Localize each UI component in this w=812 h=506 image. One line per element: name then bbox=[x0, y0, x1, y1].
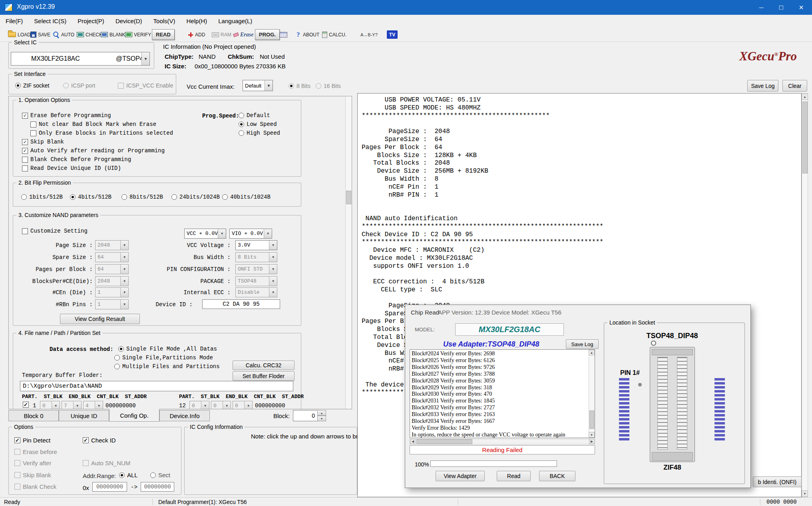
minimize-button[interactable] bbox=[751, 0, 771, 15]
verify-button[interactable]: VERIFY bbox=[125, 29, 151, 40]
partition-stblk-right[interactable]: 0 bbox=[189, 401, 209, 409]
verify-error-list[interactable]: Block#2024 Verify error Bytes: 2698 Bloc… bbox=[410, 349, 595, 438]
not-clear-bad-block-checkbox[interactable]: Not clear Bad Block Mark when Erase bbox=[30, 121, 156, 127]
block-spin-up[interactable] bbox=[317, 410, 326, 416]
ram-button[interactable]: RAM bbox=[212, 29, 231, 40]
dropdown-arrow[interactable] bbox=[201, 401, 209, 409]
dropdown-arrow[interactable] bbox=[120, 277, 128, 286]
dropdown-arrow[interactable] bbox=[269, 253, 277, 262]
menu-device[interactable]: Device(D) bbox=[110, 15, 148, 27]
vcc-voltage-combobox[interactable]: 3.0V bbox=[235, 240, 277, 250]
spare-size-combobox[interactable]: 64 bbox=[95, 252, 129, 262]
load-button[interactable]: LOAD bbox=[8, 29, 31, 40]
package-combobox[interactable]: TSOP48 bbox=[235, 276, 277, 286]
skip-blank-checkbox[interactable]: Skip Blank bbox=[22, 139, 64, 145]
scroll-up-arrow[interactable] bbox=[802, 94, 808, 100]
clear-button[interactable]: Clear bbox=[782, 80, 807, 92]
check-id-checkbox[interactable]: Check ID bbox=[83, 437, 116, 444]
cen-die-combobox[interactable]: 1 bbox=[95, 287, 129, 297]
partition-stblk-left[interactable]: 0 bbox=[40, 401, 60, 409]
view-adapter-button[interactable]: View Adapter bbox=[436, 471, 485, 481]
maximize-button[interactable] bbox=[771, 0, 791, 15]
read-button[interactable]: READ bbox=[152, 29, 175, 40]
customize-setting-checkbox[interactable]: Customize Setting bbox=[22, 228, 88, 234]
dropdown-arrow[interactable] bbox=[73, 401, 81, 409]
addr-to-field[interactable]: 00000000 bbox=[141, 482, 174, 492]
speed-low-radio[interactable]: Low Speed bbox=[239, 121, 277, 127]
tab-block0[interactable]: Block 0 bbox=[8, 410, 59, 421]
back-button[interactable]: BACK bbox=[539, 471, 575, 481]
vcc-imax-combobox[interactable]: Default bbox=[243, 80, 273, 91]
16bits-radio[interactable]: 16 Bits bbox=[316, 83, 341, 89]
auto-sn-checkbox[interactable]: Auto SN_NUM bbox=[83, 460, 130, 466]
save-log-button[interactable]: Save Log bbox=[747, 80, 778, 92]
blank-button[interactable]: BLANK bbox=[101, 29, 125, 40]
speed-default-radio[interactable]: Default bbox=[239, 112, 270, 119]
page-size-combobox[interactable]: 2048 bbox=[95, 240, 129, 250]
aby-button[interactable]: A→B-Y? bbox=[360, 29, 378, 40]
vcc-offset-combobox[interactable]: VCC + 0.0V bbox=[184, 229, 226, 239]
calcu-button[interactable]: CALCU. bbox=[322, 29, 346, 40]
dropdown-arrow[interactable] bbox=[269, 265, 277, 274]
scroll-down-arrow[interactable] bbox=[589, 432, 595, 438]
scroll-down-arrow[interactable] bbox=[802, 490, 808, 497]
bus-width-combobox[interactable]: 8 Bits bbox=[235, 252, 277, 262]
dropdown-arrow[interactable] bbox=[120, 288, 128, 297]
dropdown-arrow[interactable] bbox=[223, 401, 231, 409]
dropdown-arrow[interactable] bbox=[269, 241, 277, 250]
menu-tools[interactable]: Tools(V) bbox=[148, 15, 181, 27]
pages-per-block-combobox[interactable]: 64 bbox=[95, 264, 129, 274]
set-buffer-folder-button[interactable]: Set Buffer Floder bbox=[233, 371, 295, 381]
add-button[interactable]: ADD bbox=[188, 29, 205, 40]
check-button[interactable]: CHECK bbox=[77, 29, 102, 40]
dialog-save-log-button[interactable]: Save Log bbox=[566, 339, 599, 349]
vcc-imax-dropdown-arrow[interactable] bbox=[265, 80, 273, 91]
select-ic-combobox[interactable]: MX30LF2G18AC @TSOP48 bbox=[11, 52, 150, 66]
addr-from-field[interactable]: 00000000 bbox=[92, 482, 127, 492]
tv-button[interactable]: TV bbox=[387, 29, 398, 40]
scrollbar-thumb[interactable] bbox=[346, 191, 351, 204]
dropdown-arrow[interactable] bbox=[120, 253, 128, 262]
save-button[interactable]: SAVE bbox=[30, 29, 50, 40]
partition-endblk-right[interactable]: 0 bbox=[211, 401, 231, 409]
pin-configuration-combobox[interactable]: ONFI STD bbox=[235, 264, 277, 274]
multiple-files-partitions-radio[interactable]: Multiple Files and Partitions bbox=[114, 363, 220, 370]
erase-button[interactable]: Erase bbox=[233, 29, 253, 40]
console-scrollbar[interactable] bbox=[802, 93, 808, 497]
icsp-vcc-checkbox[interactable]: ICSP_VCC Enable bbox=[118, 82, 173, 89]
scroll-up-arrow[interactable] bbox=[589, 350, 595, 355]
onfi-identify-button[interactable]: b Identi. (ONFI) bbox=[753, 476, 802, 487]
dropdown-arrow[interactable] bbox=[244, 401, 252, 409]
vio-offset-combobox[interactable]: VIO + 0.0V bbox=[229, 229, 272, 239]
menu-project[interactable]: Project(P) bbox=[72, 15, 110, 27]
partition-cntblk-right[interactable]: 0 bbox=[233, 401, 253, 409]
tab-unique-id[interactable]: Unique ID bbox=[59, 410, 109, 421]
dropdown-arrow[interactable] bbox=[52, 401, 60, 409]
select-ic-dropdown-arrow[interactable] bbox=[141, 52, 149, 65]
bitflip-24bits-radio[interactable]: 24bits/1024B bbox=[171, 194, 220, 200]
block-spin-down[interactable] bbox=[317, 416, 326, 421]
dropdown-arrow[interactable] bbox=[269, 288, 277, 297]
internal-ecc-combobox[interactable]: Disable bbox=[235, 287, 277, 297]
bitflip-4bits-radio[interactable]: 4bits/512B bbox=[70, 194, 111, 200]
blank-check-checkbox[interactable]: Blank Check bbox=[14, 483, 56, 490]
only-erase-partitions-checkbox[interactable]: Only Erase blocks in Partitions selected bbox=[30, 130, 173, 136]
buffer-path-field[interactable]: D:\Xgpro\UserData\NAND bbox=[20, 381, 293, 391]
bitflip-8bits-radio[interactable]: 8bits/512B bbox=[121, 194, 163, 200]
menu-select-ic[interactable]: Select IC(S) bbox=[28, 15, 72, 27]
menu-language[interactable]: Language(L) bbox=[213, 15, 258, 27]
verify-after-checkbox[interactable]: Verify after bbox=[14, 460, 52, 466]
read-uid-checkbox[interactable]: Read Device Unique ID (UID) bbox=[22, 165, 121, 171]
about-button[interactable]: ABOUT bbox=[297, 29, 319, 40]
bitflip-40bits-radio[interactable]: 40bits/1024B bbox=[222, 194, 271, 200]
dropdown-arrow[interactable] bbox=[218, 229, 226, 238]
erase-before-checkbox[interactable]: Erase before bbox=[14, 448, 57, 455]
dropdown-arrow[interactable] bbox=[264, 229, 272, 238]
auto-button[interactable]: AUTO bbox=[53, 29, 74, 40]
tab-config-op[interactable]: Config Op. bbox=[109, 409, 159, 422]
list-h-scrollbar[interactable] bbox=[410, 439, 595, 444]
auto-verify-checkbox[interactable]: Auto Verify after reading or Programming bbox=[22, 147, 165, 154]
single-file-mode-radio[interactable]: Single File Mode ,All Datas bbox=[118, 346, 217, 352]
view-config-result-button[interactable]: View Config Resault bbox=[60, 314, 140, 324]
blocks-per-ce-combobox[interactable]: 2048 bbox=[95, 276, 129, 286]
